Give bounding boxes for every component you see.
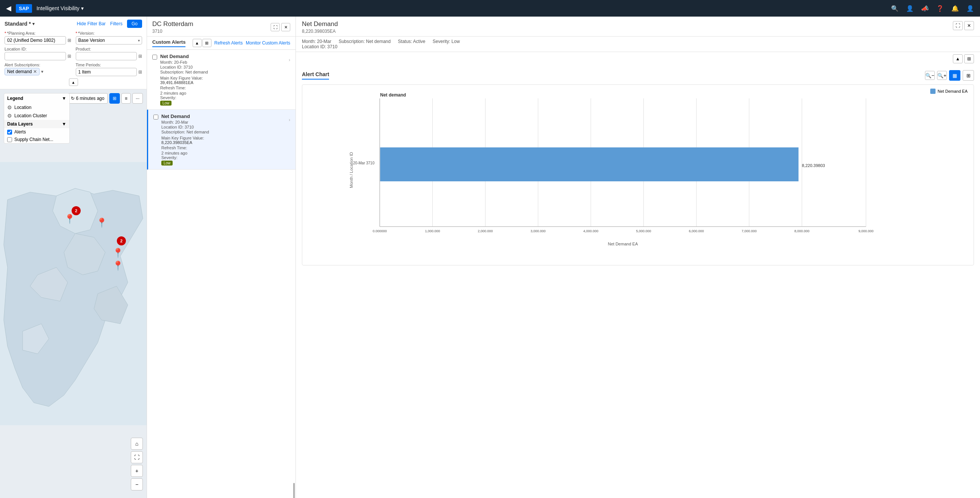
toolbar-row: ↻ 6 minutes ago ⊞ ≡ ··· xyxy=(67,93,143,104)
refresh-alerts-link[interactable]: Refresh Alerts xyxy=(215,40,243,46)
go-button[interactable]: Go xyxy=(127,20,142,28)
data-layers-collapse-icon[interactable]: ▼ xyxy=(62,121,66,127)
map-marker-orange[interactable]: 📍 xyxy=(64,214,75,224)
more-options-button[interactable]: ··· xyxy=(132,93,143,104)
map-marker-blue-1[interactable]: 📍 xyxy=(96,218,107,228)
bar-chart-button[interactable]: ▦ xyxy=(949,70,960,81)
svg-text:3,000.000: 3,000.000 xyxy=(530,229,546,233)
panel-expand-button[interactable]: ⛶ xyxy=(270,23,280,31)
svg-text:5,000.000: 5,000.000 xyxy=(636,229,651,233)
planning-area-link-icon[interactable]: ⊞ xyxy=(67,38,71,43)
alert-item[interactable]: Net Demand Month: 20-Feb Location ID: 37… xyxy=(147,50,296,110)
collapse-up-button[interactable]: ▲ xyxy=(192,39,202,47)
legend-collapse-icon[interactable]: ▼ xyxy=(62,96,66,101)
supply-chain-checkbox[interactable] xyxy=(7,137,12,142)
panel-close-button[interactable]: ✕ xyxy=(281,23,290,31)
legend-header[interactable]: Legend ▼ xyxy=(4,94,69,103)
location-id-link-icon[interactable]: ⊞ xyxy=(67,54,71,59)
svg-text:6,000.000: 6,000.000 xyxy=(689,229,704,233)
chart-link-button[interactable]: ⊞ xyxy=(964,54,974,63)
profile-icon[interactable]: 👤 xyxy=(966,5,974,12)
svg-text:8,000.000: 8,000.000 xyxy=(794,229,809,233)
alert-severity-badge-1: Low xyxy=(160,101,172,105)
panel-subtitle: 3710 xyxy=(152,29,193,34)
product-label: Product: xyxy=(76,47,143,51)
alert-severity-badge-2: Low xyxy=(161,161,173,165)
legend-location-label: Location xyxy=(14,105,31,110)
alert-chevron-icon-1: › xyxy=(289,57,290,62)
panel-header: DC Rotterdam 3710 ⛶ ✕ xyxy=(147,17,296,37)
alert-severity-label-2: Severity: xyxy=(161,155,286,160)
hide-filter-button[interactable]: Hide Filter Bar xyxy=(77,21,106,26)
alert-sub-remove-icon[interactable]: ✕ xyxy=(33,69,37,74)
alert-checkbox-1[interactable] xyxy=(152,55,157,60)
time-periods-label: Time Periods: xyxy=(76,62,143,67)
home-button[interactable]: ⌂ xyxy=(131,438,143,450)
right-meta: Month: 20-Mar Subscription: Net demand S… xyxy=(296,37,980,52)
right-expand-buttons: ⛶ ✕ xyxy=(953,21,974,30)
time-periods-link-icon[interactable]: ⊞ xyxy=(138,69,142,75)
notification-icon[interactable]: 📣 xyxy=(921,5,929,12)
product-input[interactable] xyxy=(76,52,137,60)
alert-checkbox-2[interactable] xyxy=(153,115,158,119)
alert-title-2: Net Demand xyxy=(161,113,286,119)
table-view-button[interactable]: ⊞ xyxy=(963,70,974,81)
svg-text:0.000000: 0.000000 xyxy=(373,229,387,233)
filters-link[interactable]: Filters xyxy=(110,21,123,26)
chart-svg: Month / Location ID xyxy=(308,91,967,249)
legend-location-item: ⚙ Location xyxy=(4,103,69,111)
right-subscription: Subscription: Net demand xyxy=(339,39,390,44)
search-icon[interactable]: 🔍 xyxy=(891,5,899,12)
legend-alerts-item: Alerts xyxy=(4,128,69,136)
help-icon[interactable]: ❓ xyxy=(936,5,944,12)
chart-controls: 🔍− 🔍+ ▦ ⊞ xyxy=(925,70,974,81)
product-link-icon[interactable]: ⊞ xyxy=(138,54,142,59)
list-view-button[interactable]: ≡ xyxy=(121,93,131,104)
legend-panel: Legend ▼ ⚙ Location ⚙ Location Cluster D… xyxy=(4,93,70,144)
alert-item-selected[interactable]: Net Demand Month: 20-Mar Location ID: 37… xyxy=(147,110,296,170)
right-panel-close-button[interactable]: ✕ xyxy=(964,21,974,30)
map-marker-blue-3[interactable]: 📍 xyxy=(112,261,124,271)
right-status: Status: Active xyxy=(398,39,426,44)
refresh-icon: ↻ xyxy=(71,96,75,101)
back-button[interactable]: ◀ xyxy=(6,4,11,13)
chevron-down-icon[interactable]: ▾ xyxy=(32,21,35,26)
timestamp-button[interactable]: ↻ 6 minutes ago xyxy=(67,93,108,104)
time-periods-input[interactable] xyxy=(76,68,137,76)
zoom-in-chart-button[interactable]: 🔍+ xyxy=(937,71,947,80)
svg-text:Month / Location ID: Month / Location ID xyxy=(349,152,353,188)
location-id-input[interactable] xyxy=(5,52,66,60)
monitor-custom-alerts-link[interactable]: Monitor Custom Alerts xyxy=(246,40,290,46)
fit-button[interactable]: ⛶ xyxy=(131,451,143,463)
collapse-down-button[interactable]: ⊞ xyxy=(202,39,212,47)
grid-view-button[interactable]: ⊞ xyxy=(109,93,120,104)
location-id-label: Location ID: xyxy=(5,47,71,51)
custom-alerts-tab[interactable]: Custom Alerts xyxy=(152,39,185,47)
data-layers-label: Data Layers xyxy=(7,121,33,127)
filter-collapse-button[interactable]: ▲ xyxy=(69,78,78,86)
right-location-id: Location ID: 3710 xyxy=(302,44,337,49)
svg-text:Net demand: Net demand xyxy=(380,92,406,98)
version-select[interactable]: Base Version xyxy=(76,36,143,45)
sap-logo: SAP xyxy=(16,4,32,13)
alerts-checkbox[interactable] xyxy=(7,130,12,135)
zoom-out-chart-button[interactable]: 🔍− xyxy=(925,71,935,80)
alert-title-1: Net Demand xyxy=(160,54,286,59)
map-marker-blue-2[interactable]: 📍 xyxy=(112,248,124,258)
main-layout: Standard * ▾ Hide Filter Bar Filters Go … xyxy=(0,17,980,498)
chart-title: Alert Chart xyxy=(302,71,329,80)
alert-sub-dropdown-icon[interactable]: ▾ xyxy=(41,69,43,74)
app-title[interactable]: Intelligent Visibility ▾ xyxy=(37,5,84,11)
zoom-out-button[interactable]: − xyxy=(131,478,143,490)
right-panel-expand-button[interactable]: ⛶ xyxy=(953,21,963,30)
chart-collapse-button[interactable]: ▲ xyxy=(953,54,963,63)
bell-icon[interactable]: 🔔 xyxy=(951,5,959,12)
zoom-in-button[interactable]: + xyxy=(131,465,143,477)
planning-area-input[interactable] xyxy=(5,36,66,45)
map-marker-red-2b[interactable]: 2 xyxy=(117,236,126,245)
alert-location-1: Location ID: 3710 xyxy=(160,65,286,69)
user-icon[interactable]: 👤 xyxy=(906,5,914,12)
location-id-field: Location ID: ⊞ xyxy=(5,47,71,60)
alert-refresh-label-2: Refresh Time: xyxy=(161,145,286,150)
svg-text:4,000.000: 4,000.000 xyxy=(583,229,598,233)
